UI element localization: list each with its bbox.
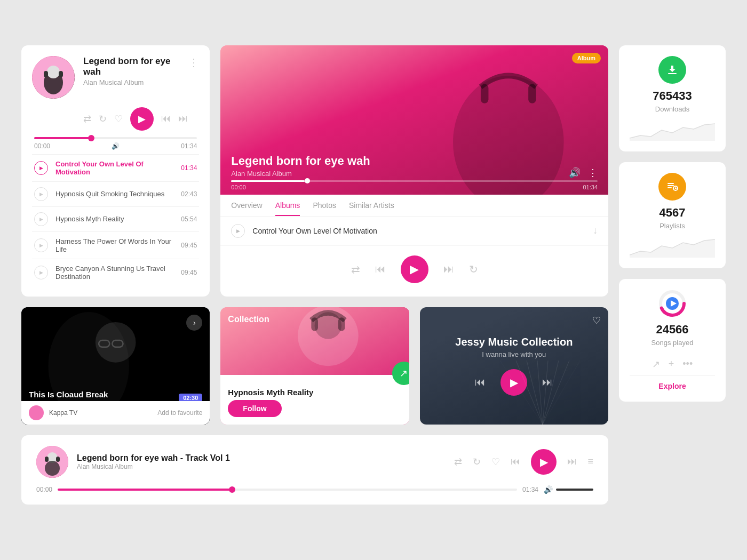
bp-progress-handle[interactable]	[229, 486, 235, 493]
tab-overview[interactable]: Overview	[231, 201, 262, 216]
shuffle-icon[interactable]: ↻	[99, 113, 107, 125]
track-item[interactable]: ▶ Control Your Own Level Of Motivation 0…	[32, 154, 199, 181]
track-name: Hypnosis Quit Smoking Techniques	[55, 190, 173, 198]
play-button[interactable]: ▶	[130, 107, 154, 131]
songs-label: Songs played	[651, 339, 694, 347]
album-progress-bar[interactable]	[231, 180, 598, 182]
options-icon[interactable]: •••	[682, 358, 693, 370]
songs-stat-card: 24566 Songs played ↗ + ••• Explore	[619, 279, 726, 402]
more-options-icon[interactable]: ⋮	[188, 56, 199, 69]
track-play-btn[interactable]: ▶	[34, 187, 48, 201]
svg-rect-4	[59, 71, 63, 77]
heart-icon[interactable]: ♡	[114, 113, 123, 125]
volume-icon[interactable]: 🔊	[569, 167, 581, 179]
bp-progress-bar[interactable]	[58, 489, 517, 491]
collection-card: Collection ↗ Hypnosis Myth Reality Follo…	[220, 307, 409, 425]
video-footer: Kappa TV Add to favourite	[21, 401, 210, 425]
heart-icon[interactable]: ♡	[592, 315, 601, 326]
downloads-label: Downloads	[655, 105, 689, 113]
album-hero-icons: 🔊 ⋮	[569, 167, 598, 179]
bp-repeat-icon[interactable]: ⇄	[454, 456, 462, 468]
downloads-stat-card: 765433 Downloads	[619, 45, 726, 151]
svg-rect-11	[667, 183, 674, 184]
tab-albums[interactable]: Albums	[275, 201, 300, 216]
progress-section: 00:00 🔊 01:34	[32, 137, 199, 150]
playlists-label: Playlists	[659, 222, 685, 230]
track-item[interactable]: ▶ Bryce Canyon A Stunning Us Travel Dest…	[32, 259, 199, 286]
add-favourite-btn[interactable]: Add to favourite	[157, 409, 202, 417]
download-icon	[666, 63, 679, 76]
songs-count: 24566	[656, 323, 688, 337]
share-icon[interactable]: ↗	[652, 358, 660, 370]
shuffle-icon[interactable]: ↻	[469, 263, 478, 276]
track-item[interactable]: ▶ Harness The Power Of Words In Your Lif…	[32, 231, 199, 259]
bp-top: Legend born for eye wah - Track Vol 1 Al…	[36, 446, 593, 478]
stat-actions: ↗ + •••	[652, 358, 693, 370]
prev-icon[interactable]: ⏮	[375, 263, 386, 275]
track-play-btn[interactable]: ▶	[34, 266, 48, 279]
track-play-btn[interactable]: ▶	[34, 161, 48, 175]
player-card: Legend born for eye wah Alan Musical Alb…	[21, 45, 210, 297]
track-item[interactable]: ▶ Hypnosis Quit Smoking Techniques 02:43	[32, 181, 199, 206]
bp-next-icon[interactable]: ⏭	[567, 456, 577, 467]
playlist-icon-circle	[658, 173, 686, 201]
album-progress-fill	[231, 180, 304, 182]
tab-photos[interactable]: Photos	[313, 201, 336, 216]
bp-play-button[interactable]: ▶	[531, 449, 557, 475]
jessy-title: Jessy Music Collection	[455, 336, 573, 348]
channel-avatar	[29, 405, 44, 420]
repeat-icon[interactable]: ⇄	[83, 113, 91, 125]
bp-prev-icon[interactable]: ⏮	[511, 456, 520, 467]
svg-rect-10	[668, 73, 677, 74]
time-current: 00:00	[34, 142, 50, 150]
album-hero-title: Legend born for eye wah	[231, 154, 370, 168]
playlists-count: 4567	[659, 206, 686, 220]
album-hero-artist: Alan Musical Album	[231, 170, 291, 178]
album-progress: 00:00 01:34	[231, 180, 598, 190]
player-track-title: Legend born for eye wah	[83, 56, 180, 77]
bp-volume-bar[interactable]	[556, 489, 593, 491]
bp-heart-icon[interactable]: ♡	[491, 456, 500, 468]
album-time-row: 00:00 01:34	[231, 184, 598, 190]
album-player-controls: ⇄ ⏮ ▶ ⏭ ↻	[220, 246, 608, 293]
channel-name: Kappa TV	[49, 409, 77, 417]
album-play-button[interactable]: ▶	[401, 255, 428, 283]
playlist-icon	[666, 180, 679, 193]
album-track-play[interactable]: ▶	[231, 224, 245, 238]
more-icon[interactable]: ⋮	[588, 167, 598, 179]
track-name: Control Your Own Level Of Motivation	[55, 160, 173, 176]
svg-rect-13	[667, 187, 672, 188]
album-progress-handle[interactable]	[305, 178, 310, 183]
download-icon[interactable]: ↓	[593, 225, 598, 236]
track-play-btn[interactable]: ▶	[34, 212, 48, 226]
add-icon[interactable]: +	[669, 358, 674, 370]
svg-rect-42	[56, 457, 60, 462]
video-card: › This Is Cloaud Break 02:30 Kappa TV Ad…	[21, 307, 210, 425]
downloads-count: 765433	[653, 89, 692, 103]
building-bg	[420, 361, 608, 425]
progress-handle[interactable]	[88, 135, 94, 141]
next-icon[interactable]: ⏭	[178, 113, 188, 124]
svg-rect-12	[667, 185, 674, 186]
playlists-chart	[630, 236, 715, 258]
tab-similar-artists[interactable]: Similar Artists	[349, 201, 394, 216]
next-icon[interactable]: ⏭	[443, 263, 454, 275]
bp-track-title: Legend born for eye wah - Track Vol 1	[77, 453, 446, 463]
video-title: This Is Cloaud Break	[29, 390, 108, 399]
track-item[interactable]: ▶ Hypnosis Myth Reality 05:54	[32, 206, 199, 231]
progress-bar[interactable]	[34, 137, 197, 139]
time-row: 00:00 🔊 01:34	[34, 142, 197, 150]
bp-queue-icon[interactable]: ≡	[587, 456, 593, 467]
track-duration: 05:54	[181, 215, 197, 223]
volume-icon: 🔊	[112, 142, 120, 150]
bp-shuffle-icon[interactable]: ↻	[473, 456, 481, 468]
video-next-btn[interactable]: ›	[186, 315, 202, 331]
explore-link[interactable]: Explore	[658, 382, 686, 390]
repeat-icon[interactable]: ⇄	[351, 263, 360, 276]
prev-icon[interactable]: ⏮	[161, 113, 171, 124]
bp-volume-icon[interactable]: 🔊	[544, 485, 553, 494]
track-list: ▶ Control Your Own Level Of Motivation 0…	[32, 154, 199, 286]
follow-button[interactable]: Follow	[228, 400, 281, 417]
svg-point-2	[47, 66, 60, 78]
track-play-btn[interactable]: ▶	[34, 238, 48, 252]
